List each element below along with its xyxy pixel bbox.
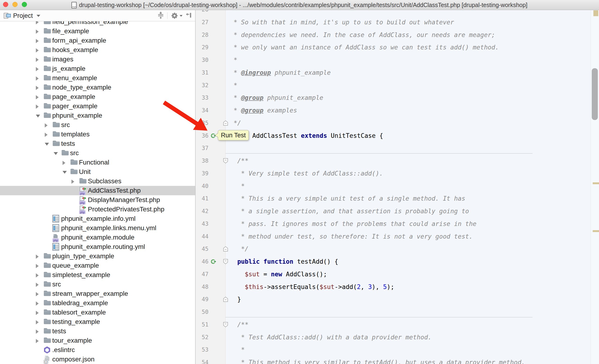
- code-line-36[interactable]: AddClassTest extends UnitTestCase {: [252, 129, 383, 142]
- tree-expanded-arrow-icon[interactable]: [45, 143, 49, 146]
- code-line-31[interactable]: * @ingroup phpunit_example: [230, 66, 331, 79]
- tree-item-Subclasses[interactable]: Subclasses: [0, 177, 195, 186]
- fold-marker-icon[interactable]: [223, 259, 228, 264]
- tree-item-Unit[interactable]: Unit: [0, 167, 195, 177]
- code-line-54[interactable]: * This method is very similar to testAdd…: [230, 356, 525, 364]
- tree-item-phpunit_example.module[interactable]: phpphpunit_example.module: [0, 233, 195, 242]
- tree-collapsed-arrow-icon[interactable]: [36, 86, 39, 90]
- code-line-27[interactable]: * So with that in mind, it's up to us to…: [230, 16, 454, 29]
- tree-collapsed-arrow-icon[interactable]: [36, 58, 39, 62]
- tree-item-queue_example[interactable]: queue_example: [0, 261, 195, 270]
- tree-collapsed-arrow-icon[interactable]: [62, 161, 65, 165]
- code-line-46[interactable]: public function testAdd() {: [230, 255, 338, 268]
- settings-gear-icon[interactable]: [171, 12, 183, 19]
- tree-item-simpletest_example[interactable]: simpletest_example: [0, 270, 195, 280]
- code-line-39[interactable]: * Very simple test of AddClass::add().: [230, 167, 383, 180]
- tree-item-plugin_type_example[interactable]: plugin_type_example: [0, 251, 195, 261]
- fold-marker-icon[interactable]: [223, 246, 228, 252]
- code-line-33[interactable]: * @group phpunit_example: [230, 91, 323, 104]
- code-line-35[interactable]: */: [230, 117, 241, 129]
- tree-collapsed-arrow-icon[interactable]: [36, 339, 39, 343]
- code-line-49[interactable]: }: [230, 293, 241, 306]
- tree-collapsed-arrow-icon[interactable]: [45, 123, 48, 127]
- tree-item-phpunit_example.routing.yml[interactable]: phpunit_example.routing.yml: [0, 242, 195, 251]
- tree-item-tests[interactable]: tests: [0, 139, 195, 148]
- code-line-28[interactable]: * dependencies we need. In the case of A…: [230, 29, 495, 41]
- tree-collapsed-arrow-icon[interactable]: [36, 255, 39, 259]
- fold-marker-icon[interactable]: [223, 158, 228, 164]
- code-line-40[interactable]: *: [230, 180, 245, 192]
- code-line-32[interactable]: *: [230, 79, 237, 92]
- project-view-selector[interactable]: Project: [4, 12, 40, 19]
- tree-collapsed-arrow-icon[interactable]: [36, 29, 39, 34]
- code-line-38[interactable]: /**: [230, 154, 248, 167]
- code-line-29[interactable]: * we only want an instance of AddClass s…: [230, 41, 499, 54]
- tree-item-AddClassTest.php[interactable]: phpAddClassTest.php: [0, 186, 195, 195]
- run-test-tooltip[interactable]: Run Test: [218, 130, 249, 140]
- fold-marker-icon[interactable]: [223, 322, 228, 328]
- tree-expanded-arrow-icon[interactable]: [54, 152, 58, 155]
- tree-item-js_example[interactable]: js_example: [0, 64, 195, 73]
- hide-panel-icon[interactable]: [186, 12, 193, 20]
- tree-collapsed-arrow-icon[interactable]: [36, 292, 39, 296]
- tree-item-src[interactable]: src: [0, 120, 195, 130]
- tree-item-pager_example[interactable]: pager_example: [0, 101, 195, 111]
- tree-expanded-arrow-icon[interactable]: [62, 171, 67, 174]
- tree-collapsed-arrow-icon[interactable]: [36, 264, 39, 268]
- code-line-30[interactable]: *: [230, 54, 237, 66]
- tree-collapsed-arrow-icon[interactable]: [36, 329, 39, 334]
- code-line-45[interactable]: */: [230, 243, 248, 255]
- tree-collapsed-arrow-icon[interactable]: [36, 283, 39, 287]
- tree-collapsed-arrow-icon[interactable]: [36, 95, 39, 99]
- tree-item-src[interactable]: src: [0, 148, 195, 158]
- editor-code-area[interactable]: [226, 10, 590, 364]
- tree-collapsed-arrow-icon[interactable]: [36, 76, 39, 81]
- tree-item-stream_wrapper_example[interactable]: stream_wrapper_example: [0, 289, 195, 298]
- tree-item-testing_example[interactable]: testing_example: [0, 317, 195, 327]
- code-line-48[interactable]: $this->assertEquals($sut->add(2, 3), 5);: [230, 281, 394, 293]
- tree-item-ProtectedPrivatesTest.php[interactable]: phpProtectedPrivatesTest.php: [0, 205, 195, 214]
- tree-item-src[interactable]: src: [0, 280, 195, 289]
- tree-item-tablesort_example[interactable]: tablesort_example: [0, 308, 195, 317]
- tree-item-composer.json[interactable]: {}composer.json: [0, 355, 195, 364]
- collapse-all-icon[interactable]: [158, 12, 164, 20]
- code-line-52[interactable]: * Test AddClass::add() with a data provi…: [230, 331, 432, 344]
- tree-item-node_type_example[interactable]: node_type_example: [0, 83, 195, 92]
- tree-expanded-arrow-icon[interactable]: [36, 115, 40, 117]
- tree-item-tabledrag_example[interactable]: tabledrag_example: [0, 298, 195, 308]
- tree-item-phpunit_example.info.yml[interactable]: phpunit_example.info.yml: [0, 214, 195, 223]
- tree-item-templates[interactable]: templates: [0, 130, 195, 139]
- tree-item-images[interactable]: images: [0, 55, 195, 64]
- tree-item-tour_example[interactable]: tour_example: [0, 336, 195, 345]
- editor-scrollbar[interactable]: [590, 10, 599, 364]
- code-line-42[interactable]: * a single assertion, and that assertion…: [230, 205, 469, 218]
- tree-item-Functional[interactable]: Functional: [0, 158, 195, 167]
- tree-item-page_example[interactable]: page_example: [0, 92, 195, 101]
- tree-collapsed-arrow-icon[interactable]: [36, 39, 39, 43]
- tree-item-form_api_example[interactable]: form_api_example: [0, 36, 195, 45]
- tree-item-file_example[interactable]: file_example: [0, 27, 195, 36]
- code-line-53[interactable]: *: [230, 343, 245, 356]
- tree-collapsed-arrow-icon[interactable]: [36, 302, 39, 306]
- tree-collapsed-arrow-icon[interactable]: [36, 273, 39, 277]
- code-editor[interactable]: 2627 * So with that in mind, it's up to …: [196, 10, 599, 364]
- tree-collapsed-arrow-icon[interactable]: [36, 320, 39, 324]
- scrollbar-thumb[interactable]: [592, 68, 598, 120]
- tree-item-.eslintrc[interactable]: .eslintrc: [0, 345, 195, 355]
- tree-collapsed-arrow-icon[interactable]: [36, 105, 39, 109]
- code-line-34[interactable]: * @group examples: [230, 104, 297, 117]
- panel-splitter[interactable]: [195, 10, 196, 364]
- tree-item-menu_example[interactable]: menu_example: [0, 73, 195, 83]
- tree-item-tests[interactable]: tests: [0, 327, 195, 336]
- tree-item-hooks_example[interactable]: hooks_example: [0, 45, 195, 55]
- fold-marker-icon[interactable]: [223, 296, 228, 302]
- code-line-43[interactable]: * pass. It ignores most of the problems …: [230, 218, 476, 230]
- tree-item-phpunit_example.links.menu.yml[interactable]: phpunit_example.links.menu.yml: [0, 223, 195, 233]
- code-line-41[interactable]: * This is a very simple unit test of a s…: [230, 192, 465, 205]
- code-line-44[interactable]: * method under test, so therefore: It is…: [230, 230, 473, 243]
- code-line-47[interactable]: $sut = new AddClass();: [230, 268, 327, 281]
- tree-collapsed-arrow-icon[interactable]: [36, 311, 39, 315]
- run-test-gutter-icon[interactable]: [211, 258, 217, 265]
- tree-item-DisplayManagerTest.php[interactable]: phpDisplayManagerTest.php: [0, 195, 195, 205]
- fold-marker-icon[interactable]: [223, 120, 228, 126]
